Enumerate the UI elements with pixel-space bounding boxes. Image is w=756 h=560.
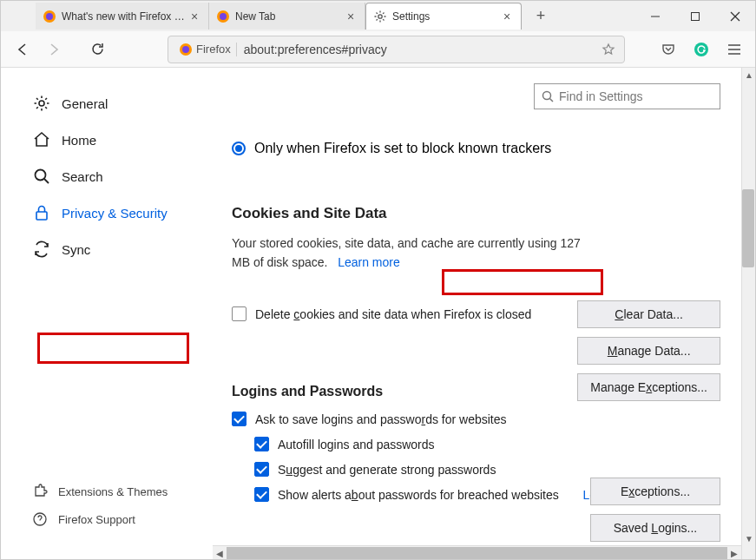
checkbox-ask-save[interactable] <box>232 412 247 426</box>
sidebar-item-label: Home <box>62 133 96 148</box>
cookies-description: Your stored cookies, site data, and cach… <box>232 234 596 272</box>
grammarly-icon[interactable] <box>689 37 713 62</box>
scrollbar-thumb[interactable] <box>227 547 727 559</box>
url-text: about:preferences#privacy <box>237 43 602 56</box>
gear-icon <box>373 10 387 23</box>
cookies-heading: Cookies and Site Data <box>232 205 720 222</box>
svg-point-20 <box>543 92 551 100</box>
window-controls <box>635 1 755 31</box>
radio-icon <box>232 142 246 155</box>
search-icon <box>32 167 51 186</box>
svg-point-4 <box>378 15 382 18</box>
svg-point-3 <box>220 13 227 20</box>
home-icon <box>32 130 51 149</box>
help-icon <box>32 511 48 527</box>
checkbox-delete-on-close[interactable] <box>232 306 247 321</box>
scroll-left-icon[interactable]: ◀ <box>213 546 227 560</box>
vertical-scrollbar[interactable]: ▲ ▼ <box>741 68 755 559</box>
content-area: General Home Search Privacy & Security <box>1 68 755 559</box>
puzzle-icon <box>32 484 48 499</box>
sidebar-item-extensions[interactable]: Extensions & Themes <box>25 478 213 505</box>
tab-new-tab[interactable]: New Tab × <box>209 3 365 30</box>
titlebar: What's new with Firefox - M × New Tab × … <box>1 1 755 31</box>
exceptions-button[interactable]: Exceptions... <box>590 478 720 505</box>
checkbox-label: Autofill logins and passwords <box>278 438 435 451</box>
sidebar-item-label: General <box>62 96 108 111</box>
svg-rect-6 <box>692 12 700 20</box>
settings-search-input[interactable]: Find in Settings <box>534 83 720 109</box>
tab-label: Settings <box>392 10 500 23</box>
sidebar-item-label: Search <box>62 169 103 184</box>
checkbox-breach-alerts[interactable] <box>254 487 269 502</box>
svg-rect-18 <box>36 212 47 220</box>
sidebar-item-home[interactable]: Home <box>25 122 213 158</box>
clear-data-button[interactable]: Clear Data... <box>577 300 720 328</box>
identity-label: Firefox <box>196 43 231 56</box>
url-bar[interactable]: Firefox about:preferences#privacy <box>168 36 625 63</box>
settings-sidebar: General Home Search Privacy & Security <box>1 68 213 559</box>
svg-line-17 <box>44 179 49 183</box>
toolbar: Firefox about:preferences#privacy <box>1 31 755 68</box>
radio-block-known-trackers[interactable]: Only when Firefox is set to block known … <box>232 141 720 156</box>
pocket-icon[interactable] <box>656 37 680 62</box>
svg-point-16 <box>36 170 46 181</box>
close-window-button[interactable] <box>715 1 755 31</box>
checkbox-label: Ask to save logins and passwords for web… <box>255 412 507 426</box>
new-tab-button[interactable]: + <box>529 4 553 29</box>
forward-button[interactable] <box>41 36 67 63</box>
close-icon[interactable]: × <box>187 10 201 23</box>
checkbox-label: Delete cookies and site data when Firefo… <box>255 307 531 321</box>
sidebar-item-general[interactable]: General <box>25 85 213 122</box>
search-placeholder: Find in Settings <box>559 89 643 103</box>
scroll-down-icon[interactable]: ▼ <box>742 531 756 545</box>
firefox-icon <box>43 10 56 23</box>
svg-point-1 <box>46 13 53 20</box>
maximize-button[interactable] <box>675 1 715 31</box>
checkbox-suggest-passwords[interactable] <box>254 462 269 477</box>
sidebar-item-label: Sync <box>62 242 90 257</box>
svg-point-10 <box>182 46 189 53</box>
gear-icon <box>32 94 51 113</box>
scrollbar-thumb[interactable] <box>742 189 754 267</box>
scroll-right-icon[interactable]: ▶ <box>727 546 741 560</box>
sidebar-item-privacy[interactable]: Privacy & Security <box>25 194 213 231</box>
sidebar-item-label: Privacy & Security <box>62 206 168 221</box>
checkbox-autofill[interactable] <box>254 437 269 451</box>
back-button[interactable] <box>10 36 36 63</box>
radio-label: Only when Firefox is set to block known … <box>254 141 551 156</box>
manage-exceptions-button[interactable]: Manage Exceptions... <box>577 373 720 401</box>
tab-settings[interactable]: Settings × <box>365 3 522 30</box>
sidebar-item-sync[interactable]: Sync <box>25 231 213 267</box>
minimize-button[interactable] <box>635 1 675 31</box>
tab-whats-new[interactable]: What's new with Firefox - M × <box>36 3 209 30</box>
close-icon[interactable]: × <box>500 10 514 23</box>
menu-icon[interactable] <box>722 37 746 62</box>
sync-icon <box>32 240 51 259</box>
tab-label: New Tab <box>235 10 344 23</box>
firefox-icon <box>216 10 230 23</box>
identity-box[interactable]: Firefox <box>174 43 237 56</box>
settings-main: Find in Settings Only when Firefox is se… <box>213 68 755 559</box>
bookmark-icon[interactable] <box>602 43 619 56</box>
close-icon[interactable]: × <box>344 10 358 23</box>
checkbox-label: Suggest and generate strong passwords <box>278 463 496 477</box>
scroll-up-icon[interactable]: ▲ <box>742 68 756 82</box>
sidebar-item-label: Extensions & Themes <box>58 485 168 498</box>
svg-line-21 <box>550 99 554 102</box>
horizontal-scrollbar[interactable]: ◀ ▶ <box>213 545 741 559</box>
highlight-box <box>442 269 603 295</box>
sidebar-item-search[interactable]: Search <box>25 158 213 194</box>
checkbox-label: Show alerts about passwords for breached… <box>278 488 559 502</box>
svg-point-11 <box>694 43 708 56</box>
learn-more-link[interactable]: Learn more <box>338 255 400 269</box>
manage-data-button[interactable]: Manage Data... <box>577 337 720 365</box>
lock-icon <box>32 203 51 222</box>
sidebar-item-support[interactable]: Firefox Support <box>25 505 213 533</box>
tab-label: What's new with Firefox - M <box>62 10 187 23</box>
svg-point-15 <box>39 101 44 106</box>
reload-button[interactable] <box>84 36 110 63</box>
saved-logins-button[interactable]: Saved Logins... <box>590 514 720 542</box>
sidebar-item-label: Firefox Support <box>58 513 135 526</box>
